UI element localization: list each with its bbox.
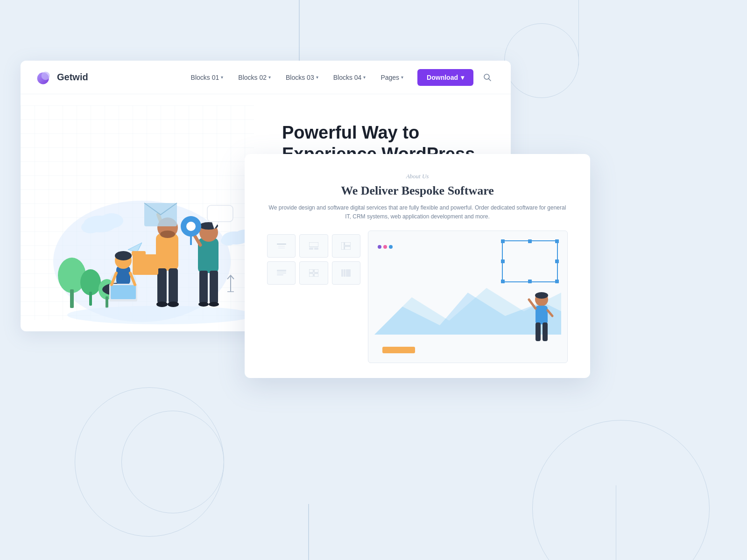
- svg-rect-62: [277, 270, 286, 272]
- logo-area[interactable]: Getwid: [35, 69, 88, 86]
- svg-rect-11: [106, 296, 108, 308]
- handle-top-right: [555, 239, 559, 243]
- svg-point-1: [42, 71, 50, 80]
- svg-rect-9: [89, 292, 92, 306]
- dot-pink: [383, 245, 387, 249]
- block-item-3: [332, 234, 360, 258]
- nav-links: Blocks 01 ▾ Blocks 02 ▾ Blocks 03 ▾ Bloc…: [184, 69, 496, 86]
- svg-rect-58: [314, 248, 318, 250]
- svg-line-3: [489, 78, 491, 81]
- block-icon: [309, 269, 318, 277]
- svg-point-39: [198, 302, 209, 307]
- block-item-5: [299, 261, 328, 285]
- download-button[interactable]: Download ▾: [417, 69, 473, 86]
- chevron-down-icon: ▾: [363, 75, 366, 80]
- svg-rect-52: [133, 254, 158, 275]
- svg-rect-27: [169, 268, 178, 303]
- deco-line-4: [616, 485, 617, 560]
- person-figure: [525, 288, 558, 349]
- svg-rect-56: [309, 242, 318, 247]
- svg-rect-76: [536, 306, 548, 324]
- dot-blue: [389, 245, 393, 249]
- svg-line-77: [529, 300, 536, 308]
- svg-point-40: [209, 302, 219, 307]
- svg-rect-26: [157, 268, 167, 303]
- svg-point-75: [535, 292, 548, 299]
- chevron-down-icon: ▾: [401, 75, 403, 80]
- svg-rect-63: [277, 273, 286, 273]
- svg-rect-80: [543, 322, 548, 341]
- dot-purple: [378, 245, 381, 249]
- hero-illustration: [30, 126, 254, 331]
- svg-rect-59: [341, 242, 344, 250]
- block-item-2: [299, 234, 328, 258]
- block-item-4: [267, 261, 296, 285]
- svg-rect-65: [309, 269, 313, 273]
- svg-rect-37: [199, 271, 208, 303]
- chevron-down-icon: ▾: [461, 74, 464, 81]
- handle-top-left: [501, 239, 505, 243]
- about-description: We provide design and software digital s…: [267, 203, 568, 221]
- main-container: Getwid Blocks 01 ▾ Blocks 02 ▾ Blocks 03…: [21, 61, 581, 378]
- svg-rect-79: [536, 322, 541, 341]
- svg-rect-7: [70, 289, 74, 308]
- nav-blocks-02[interactable]: Blocks 02 ▾: [232, 70, 277, 85]
- nav-blocks-01[interactable]: Blocks 01 ▾: [184, 70, 230, 85]
- navigation-bar: Getwid Blocks 01 ▾ Blocks 02 ▾ Blocks 03…: [21, 61, 511, 94]
- block-icon: [277, 270, 286, 276]
- svg-rect-61: [345, 246, 351, 250]
- svg-rect-70: [344, 269, 345, 277]
- hero-illustration-area: [21, 94, 254, 331]
- search-button[interactable]: [479, 69, 496, 86]
- chevron-down-icon: ▾: [268, 75, 271, 80]
- nav-pages[interactable]: Pages ▾: [374, 70, 410, 85]
- svg-rect-50: [207, 205, 233, 222]
- svg-point-25: [160, 231, 175, 238]
- svg-point-44: [81, 221, 100, 233]
- svg-point-29: [168, 301, 179, 307]
- about-card-inner: About Us We Deliver Bespoke Software We …: [245, 154, 590, 378]
- svg-rect-71: [346, 269, 351, 277]
- svg-rect-60: [345, 242, 351, 245]
- handle-middle-right: [555, 259, 559, 263]
- block-item-6: [332, 261, 360, 285]
- svg-point-28: [156, 301, 168, 307]
- svg-point-43: [100, 213, 123, 228]
- svg-rect-67: [309, 273, 313, 277]
- handle-middle-left: [501, 259, 505, 263]
- block-item-1: [267, 234, 296, 258]
- block-icon: [309, 242, 318, 250]
- svg-rect-66: [314, 269, 318, 273]
- svg-point-35: [186, 222, 196, 231]
- svg-rect-64: [277, 274, 283, 275]
- about-label: About Us: [267, 173, 568, 180]
- nav-blocks-03[interactable]: Blocks 03 ▾: [279, 70, 325, 85]
- svg-rect-68: [314, 273, 318, 277]
- svg-rect-19: [111, 285, 136, 299]
- chevron-down-icon: ▾: [316, 75, 318, 80]
- search-icon: [483, 73, 492, 82]
- block-icon: [341, 269, 351, 277]
- deco-circle-3: [532, 420, 710, 560]
- blocks-panel: [267, 231, 360, 363]
- yellow-button-mock: [382, 347, 415, 353]
- about-title: We Deliver Bespoke Software: [267, 184, 568, 198]
- builder-mockup: [368, 231, 568, 363]
- deco-circle-1: [75, 387, 224, 537]
- svg-rect-53: [132, 251, 146, 256]
- svg-rect-69: [341, 269, 343, 277]
- svg-point-47: [221, 236, 236, 245]
- builder-panel: [368, 231, 568, 363]
- svg-point-8: [80, 269, 101, 295]
- selection-box: [502, 240, 558, 282]
- svg-rect-38: [210, 271, 218, 303]
- chevron-down-icon: ▾: [221, 75, 223, 80]
- block-icon: [341, 242, 351, 250]
- nav-blocks-04[interactable]: Blocks 04 ▾: [327, 70, 373, 85]
- dots-row: [378, 245, 393, 249]
- deco-line-2: [578, 0, 579, 65]
- about-card: About Us We Deliver Bespoke Software We …: [245, 154, 590, 378]
- svg-line-78: [548, 310, 552, 316]
- svg-rect-57: [309, 248, 313, 250]
- handle-top-middle: [528, 239, 532, 243]
